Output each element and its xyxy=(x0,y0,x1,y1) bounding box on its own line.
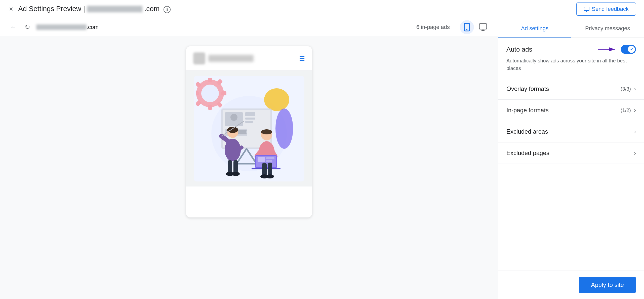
svg-point-20 xyxy=(230,114,237,121)
svg-rect-37 xyxy=(228,160,232,174)
overlay-formats-label: Overlay formats xyxy=(506,85,549,92)
svg-point-40 xyxy=(232,172,240,176)
send-feedback-button[interactable]: Send feedback xyxy=(576,3,636,16)
svg-rect-0 xyxy=(584,7,589,11)
svg-rect-7 xyxy=(208,78,212,82)
arrow-indicator xyxy=(598,46,618,52)
svg-point-6 xyxy=(201,85,219,102)
svg-rect-49 xyxy=(266,157,274,159)
info-icon[interactable]: ℹ xyxy=(164,6,171,13)
tab-ad-settings[interactable]: Ad settings xyxy=(498,18,571,38)
browser-bar: ← ↻ .com 6 in-page ads xyxy=(0,18,498,36)
in-page-formats-label: In-page formats xyxy=(506,107,549,114)
excluded-pages-row[interactable]: Excluded pages › xyxy=(498,142,644,164)
panel-footer: Apply to site xyxy=(498,271,644,299)
illustration-container xyxy=(194,76,304,181)
back-button[interactable]: ← xyxy=(8,22,19,32)
site-illustration xyxy=(186,71,312,186)
toggle-checkmark xyxy=(628,46,635,53)
close-button[interactable]: × xyxy=(8,5,14,14)
svg-rect-8 xyxy=(208,105,212,110)
in-page-formats-badge: (1/2) xyxy=(621,107,631,113)
url-blur xyxy=(36,24,87,30)
feedback-icon xyxy=(584,6,590,12)
main-content: ← ↻ .com 6 in-page ads xyxy=(0,18,644,299)
svg-point-2 xyxy=(467,29,467,30)
hamburger-icon: ☰ xyxy=(299,55,305,62)
domain-suffix: .com xyxy=(144,5,160,13)
auto-ads-description: Automatically show ads across your site … xyxy=(506,57,636,72)
svg-rect-9 xyxy=(221,91,226,95)
overlay-formats-badge: (3/3) xyxy=(621,86,631,92)
auto-ads-header: Auto ads xyxy=(506,45,636,54)
overlay-formats-row[interactable]: Overlay formats (3/3) › xyxy=(498,78,644,100)
excluded-areas-row[interactable]: Excluded areas › xyxy=(498,121,644,142)
auto-ads-label: Auto ads xyxy=(506,46,532,53)
send-feedback-label: Send feedback xyxy=(592,6,629,12)
svg-rect-23 xyxy=(245,121,253,123)
excluded-pages-label: Excluded pages xyxy=(506,150,549,157)
in-page-formats-row[interactable]: In-page formats (1/2) › xyxy=(498,100,644,121)
mobile-icon xyxy=(462,23,471,32)
phone-preview: ☰ xyxy=(186,46,312,217)
svg-rect-21 xyxy=(245,112,255,116)
in-page-formats-right: (1/2) › xyxy=(621,107,636,114)
svg-rect-50 xyxy=(266,160,272,162)
url-suffix: .com xyxy=(87,24,99,30)
url-bar: .com xyxy=(36,24,412,30)
svg-rect-52 xyxy=(268,163,272,176)
device-buttons xyxy=(460,20,490,34)
overlay-formats-right: (3/3) › xyxy=(621,85,636,92)
excluded-areas-right: › xyxy=(631,128,636,135)
site-header: ☰ xyxy=(186,46,312,71)
in-page-formats-chevron: › xyxy=(634,107,636,114)
excluded-pages-right: › xyxy=(631,150,636,157)
svg-point-15 xyxy=(264,88,289,111)
svg-rect-30 xyxy=(238,132,247,134)
site-logo-icon xyxy=(193,52,205,64)
top-bar: × Ad Settings Preview | .com ℹ Send feed… xyxy=(0,0,644,18)
svg-point-16 xyxy=(275,108,293,149)
svg-rect-38 xyxy=(233,160,238,174)
svg-rect-48 xyxy=(258,157,265,162)
excluded-areas-label: Excluded areas xyxy=(506,128,548,135)
svg-point-43 xyxy=(261,129,272,134)
website-preview: ☰ xyxy=(0,36,498,299)
right-panel: Ad settings Privacy messages Auto ads xyxy=(498,18,644,299)
panel-tabs: Ad settings Privacy messages xyxy=(498,18,644,38)
overlay-formats-chevron: › xyxy=(634,85,636,92)
toggle-area xyxy=(598,45,636,54)
excluded-areas-chevron: › xyxy=(634,128,636,135)
apply-to-site-button[interactable]: Apply to site xyxy=(579,277,636,293)
svg-rect-51 xyxy=(262,163,267,176)
page-title: Ad Settings Preview | .com ℹ xyxy=(18,5,171,13)
site-logo-text xyxy=(208,55,254,62)
arrow-icon xyxy=(598,46,618,52)
mobile-view-button[interactable] xyxy=(460,20,474,34)
svg-point-35 xyxy=(227,127,238,133)
svg-point-54 xyxy=(266,174,274,178)
excluded-pages-chevron: › xyxy=(634,150,636,157)
svg-rect-3 xyxy=(479,24,487,29)
toggle-slider xyxy=(621,45,636,54)
top-bar-left: × Ad Settings Preview | .com ℹ xyxy=(8,5,171,14)
ads-count: 6 in-page ads xyxy=(416,24,450,30)
tab-privacy-messages[interactable]: Privacy messages xyxy=(571,18,644,38)
desktop-icon xyxy=(478,23,488,32)
svg-rect-10 xyxy=(196,91,199,95)
svg-rect-22 xyxy=(245,118,255,120)
svg-rect-29 xyxy=(238,130,247,132)
auto-ads-section: Auto ads xyxy=(498,38,644,78)
title-text: Ad Settings Preview | xyxy=(18,5,85,13)
desktop-view-button[interactable] xyxy=(476,20,490,34)
refresh-button[interactable]: ↻ xyxy=(23,22,32,32)
panel-spacer xyxy=(498,164,644,271)
auto-ads-toggle[interactable] xyxy=(621,45,636,54)
design-illustration xyxy=(196,78,302,179)
domain-blur xyxy=(87,6,142,12)
preview-area: ← ↻ .com 6 in-page ads xyxy=(0,18,498,299)
site-logo-area xyxy=(193,52,254,64)
